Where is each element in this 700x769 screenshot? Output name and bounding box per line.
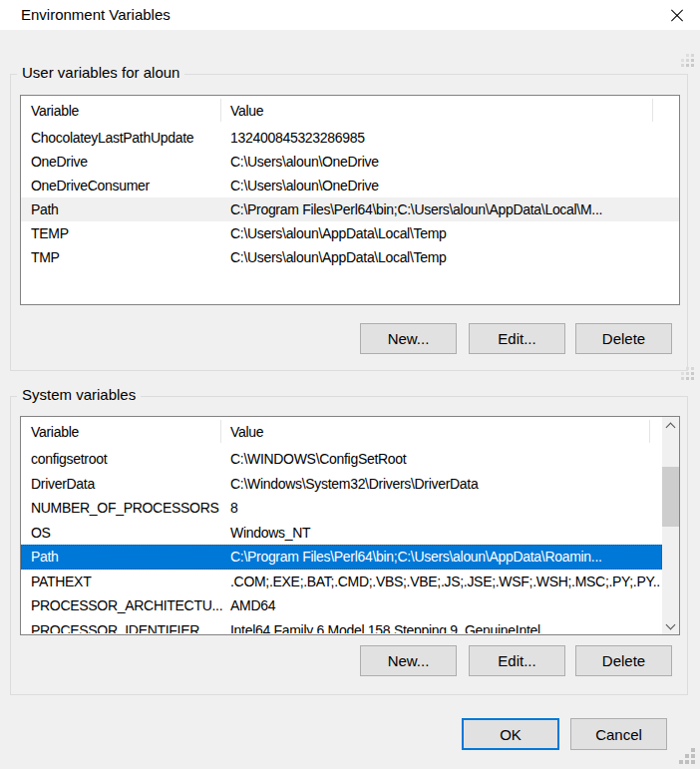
user-list-rows: ChocolateyLastPathUpdate1324008453232869… <box>21 126 679 303</box>
cancel-button[interactable]: Cancel <box>570 718 667 750</box>
system-list-rows: configsetrootC:\WINDOWS\ConfigSetRootDri… <box>21 447 662 633</box>
scroll-down-button[interactable] <box>662 617 679 634</box>
value-cell: C:\WINDOWS\ConfigSetRoot <box>230 447 660 472</box>
system-edit-button[interactable]: Edit... <box>469 645 565 676</box>
table-row[interactable]: PROCESSOR_IDENTIFIERIntel64 Family 6 Mod… <box>21 618 662 634</box>
chevron-up-icon <box>666 423 676 433</box>
system-list-header: Variable Value <box>21 417 679 447</box>
table-row[interactable]: OneDriveC:\Users\aloun\OneDrive <box>21 150 679 174</box>
value-cell: C:\Program Files\Perl64\bin;C:\Users\alo… <box>230 197 677 221</box>
system-variables-legend: System variables <box>17 386 141 403</box>
close-icon <box>669 7 685 23</box>
variable-cell: ChocolateyLastPathUpdate <box>31 126 223 150</box>
system-delete-button[interactable]: Delete <box>575 645 672 676</box>
window-title: Environment Variables <box>21 0 171 30</box>
column-separator <box>220 420 221 443</box>
vertical-scrollbar[interactable] <box>662 417 679 634</box>
value-cell: 132400845323286985 <box>230 126 677 150</box>
variable-cell: Path <box>31 545 223 570</box>
window-resize-grip[interactable] <box>680 749 696 765</box>
section-grip-dots-icon <box>681 54 694 67</box>
user-edit-button[interactable]: Edit... <box>469 323 565 354</box>
column-separator <box>649 420 650 443</box>
variable-cell: Path <box>31 197 223 221</box>
table-row[interactable]: OSWindows_NT <box>21 521 662 546</box>
value-cell: C:\Program Files\Perl64\bin;C:\Users\alo… <box>230 545 660 570</box>
column-header-variable[interactable]: Variable <box>31 96 79 126</box>
column-header-variable[interactable]: Variable <box>31 417 79 447</box>
value-cell: Intel64 Family 6 Model 158 Stepping 9, G… <box>230 618 660 634</box>
user-variables-list[interactable]: Variable Value ChocolateyLastPathUpdate1… <box>20 95 680 305</box>
table-row[interactable]: PATHEXT.COM;.EXE;.BAT;.CMD;.VBS;.VBE;.JS… <box>21 570 662 594</box>
table-row[interactable]: PathC:\Program Files\Perl64\bin;C:\Users… <box>21 197 679 221</box>
column-header-value[interactable]: Value <box>230 417 263 447</box>
table-row[interactable]: PathC:\Program Files\Perl64\bin;C:\Users… <box>21 545 662 570</box>
user-delete-button[interactable]: Delete <box>575 323 672 354</box>
variable-cell: OneDriveConsumer <box>31 174 223 197</box>
close-button[interactable] <box>654 0 700 30</box>
table-row[interactable]: TEMPC:\Users\aloun\AppData\Local\Temp <box>21 221 679 245</box>
value-cell: C:\Users\aloun\AppData\Local\Temp <box>230 221 677 245</box>
variable-cell: TMP <box>31 245 223 269</box>
value-cell: Windows_NT <box>230 521 660 546</box>
environment-variables-dialog: Environment Variables User variables for… <box>0 0 700 769</box>
table-row[interactable]: OneDriveConsumerC:\Users\aloun\OneDrive <box>21 174 679 197</box>
scroll-up-button[interactable] <box>662 417 679 434</box>
table-row[interactable]: TMPC:\Users\aloun\AppData\Local\Temp <box>21 245 679 269</box>
variable-cell: TEMP <box>31 221 223 245</box>
column-header-value[interactable]: Value <box>230 96 263 126</box>
column-separator <box>652 99 653 122</box>
variable-cell: PATHEXT <box>31 570 223 594</box>
chevron-down-icon <box>666 620 676 630</box>
table-row[interactable]: configsetrootC:\WINDOWS\ConfigSetRoot <box>21 447 662 472</box>
value-cell: C:\Users\aloun\AppData\Local\Temp <box>230 245 677 269</box>
system-variables-list[interactable]: Variable Value configsetrootC:\WINDOWS\C… <box>20 416 680 635</box>
variable-cell: configsetroot <box>31 447 223 472</box>
ok-button[interactable]: OK <box>462 718 559 750</box>
value-cell: .COM;.EXE;.BAT;.CMD;.VBS;.VBE;.JS;.JSE;.… <box>230 570 660 594</box>
value-cell: AMD64 <box>230 593 660 618</box>
scrollbar-thumb[interactable] <box>662 467 679 527</box>
value-cell: C:\Users\aloun\OneDrive <box>230 174 677 197</box>
variable-cell: PROCESSOR_IDENTIFIER <box>31 618 223 634</box>
variable-cell: NUMBER_OF_PROCESSORS <box>31 496 223 521</box>
variable-cell: OneDrive <box>31 150 223 174</box>
value-cell: 8 <box>230 496 660 521</box>
variable-cell: OS <box>31 521 223 546</box>
user-list-header: Variable Value <box>21 96 679 126</box>
titlebar[interactable]: Environment Variables <box>0 0 700 30</box>
value-cell: C:\Windows\System32\Drivers\DriverData <box>230 472 660 497</box>
system-new-button[interactable]: New... <box>360 645 457 676</box>
table-row[interactable]: ChocolateyLastPathUpdate1324008453232869… <box>21 126 679 150</box>
variable-cell: DriverData <box>31 472 223 497</box>
table-row[interactable]: DriverDataC:\Windows\System32\Drivers\Dr… <box>21 472 662 497</box>
table-row[interactable]: PROCESSOR_ARCHITECTU...AMD64 <box>21 593 662 618</box>
variable-cell: PROCESSOR_ARCHITECTU... <box>31 593 223 618</box>
column-separator <box>220 99 221 122</box>
value-cell: C:\Users\aloun\OneDrive <box>230 150 677 174</box>
table-row[interactable]: NUMBER_OF_PROCESSORS8 <box>21 496 662 521</box>
user-variables-legend: User variables for aloun <box>17 64 184 81</box>
user-new-button[interactable]: New... <box>360 323 457 354</box>
